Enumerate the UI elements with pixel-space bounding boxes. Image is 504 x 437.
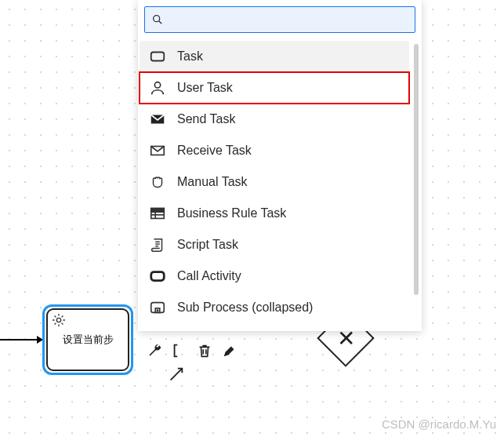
menu-item-send-task[interactable]: Send Task xyxy=(140,104,409,135)
task-icon xyxy=(149,48,166,65)
send-icon xyxy=(149,111,166,128)
script-icon xyxy=(149,236,166,253)
menu-item-label: Send Task xyxy=(177,112,235,126)
menu-list: Task User Task Send Task Receive Task Ma xyxy=(138,38,422,331)
svg-point-0 xyxy=(56,318,60,322)
menu-item-call-activity[interactable]: Call Activity xyxy=(140,260,409,292)
svg-point-4 xyxy=(154,82,160,88)
menu-scrollbar[interactable] xyxy=(414,44,419,295)
sequence-flow-arrow xyxy=(0,339,42,340)
context-pad-row1 xyxy=(144,340,240,361)
menu-item-label: Manual Task xyxy=(177,175,248,189)
service-task-label: 设置当前步 xyxy=(63,333,114,347)
menu-item-label: Business Rule Task xyxy=(177,206,286,220)
color-icon[interactable] xyxy=(219,340,240,361)
menu-item-script-task[interactable]: Script Task xyxy=(140,229,409,260)
menu-item-label: Receive Task xyxy=(177,144,252,158)
menu-item-label: Call Activity xyxy=(177,269,241,283)
table-icon xyxy=(149,205,166,222)
search-icon xyxy=(151,13,164,26)
service-task-node[interactable]: 设置当前步 xyxy=(42,304,133,375)
search-field[interactable] xyxy=(144,6,415,33)
menu-item-task[interactable]: Task xyxy=(140,41,409,72)
menu-item-business-rule-task[interactable]: Business Rule Task xyxy=(140,198,409,229)
watermark: CSDN @ricardo.M.Yu xyxy=(382,417,496,431)
wrench-icon[interactable] xyxy=(144,340,165,361)
svg-rect-3 xyxy=(151,53,165,61)
svg-rect-11 xyxy=(151,209,165,213)
menu-item-label: User Task xyxy=(177,81,233,95)
menu-item-label: Sub Process (collapsed) xyxy=(177,300,313,315)
svg-point-1 xyxy=(154,16,160,22)
task-type-dropdown: Task User Task Send Task Receive Task Ma xyxy=(138,0,422,331)
receive-icon xyxy=(149,142,166,159)
trash-icon[interactable] xyxy=(194,340,215,361)
search-input[interactable] xyxy=(164,13,408,27)
menu-item-label: Task xyxy=(177,49,203,64)
call-activity-icon xyxy=(149,268,166,285)
annotation-icon[interactable] xyxy=(169,340,190,361)
menu-item-sub-process[interactable]: Sub Process (collapsed) xyxy=(140,292,409,323)
svg-rect-15 xyxy=(151,272,165,281)
hand-icon xyxy=(149,173,166,191)
user-icon xyxy=(149,79,166,97)
menu-item-label: Script Task xyxy=(177,238,238,252)
menu-item-user-task[interactable]: User Task xyxy=(140,72,409,104)
subprocess-icon xyxy=(149,299,166,316)
context-pad-row2 xyxy=(166,364,187,384)
search-wrap xyxy=(138,0,422,38)
service-task-inner: 设置当前步 xyxy=(46,308,129,371)
menu-item-manual-task[interactable]: Manual Task xyxy=(140,166,409,198)
svg-line-2 xyxy=(159,21,162,24)
gear-icon xyxy=(51,312,67,328)
menu-item-receive-task[interactable]: Receive Task xyxy=(140,135,409,166)
connect-arrow-icon[interactable] xyxy=(166,364,187,384)
